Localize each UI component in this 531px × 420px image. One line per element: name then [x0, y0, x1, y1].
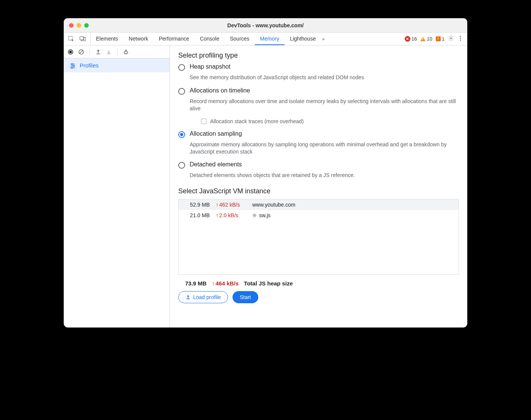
- vm-rate: ↑462 kB/s: [216, 202, 246, 208]
- total-rate: ↑464 kB/s: [212, 280, 239, 287]
- vm-rate: ↑2.0 kB/s: [216, 212, 246, 218]
- tab-network[interactable]: Network: [123, 33, 153, 45]
- inspect-element-icon[interactable]: [68, 36, 74, 42]
- record-icon[interactable]: [68, 49, 74, 55]
- svg-point-4: [450, 38, 452, 39]
- radio-detached-desc: Detached elements shows objects that are…: [190, 172, 459, 179]
- stack-traces-checkbox-row: Allocation stack traces (more overhead): [201, 118, 459, 124]
- up-arrow-icon: ↑: [212, 280, 215, 287]
- load-profile-label: Load profile: [193, 294, 221, 300]
- option-allocation-sampling[interactable]: Allocation sampling: [178, 130, 459, 138]
- separator: [90, 49, 90, 55]
- settings-icon[interactable]: [448, 35, 454, 42]
- start-label: Start: [240, 294, 251, 300]
- sidebar-item-profiles[interactable]: Profiles: [64, 58, 170, 72]
- collect-garbage-icon[interactable]: [123, 49, 129, 55]
- action-buttons: Load profile Start: [178, 291, 459, 303]
- device-toolbar-icon[interactable]: [80, 36, 86, 42]
- tab-memory[interactable]: Memory: [255, 33, 285, 45]
- panel-body: Profiles Select profiling type Heap snap…: [64, 45, 467, 328]
- profiling-type-title: Select profiling type: [178, 52, 459, 60]
- vm-row-main[interactable]: 52.9 MB ↑462 kB/s www.youtube.com: [179, 199, 459, 210]
- svg-line-11: [80, 50, 83, 53]
- stack-traces-label: Allocation stack traces (more overhead): [210, 118, 304, 124]
- total-label: Total JS heap size: [244, 280, 293, 287]
- tab-console[interactable]: Console: [195, 33, 225, 45]
- radio-timeline[interactable]: [178, 88, 185, 95]
- tab-sources[interactable]: Sources: [225, 33, 255, 45]
- start-button[interactable]: Start: [233, 291, 258, 303]
- svg-point-13: [71, 63, 73, 65]
- sliders-icon: [70, 63, 76, 69]
- titlebar: DevTools - www.youtube.com/: [64, 18, 467, 33]
- window-controls: [64, 23, 89, 28]
- tab-elements[interactable]: Elements: [91, 33, 123, 45]
- radio-sampling-label: Allocation sampling: [190, 130, 242, 137]
- warning-count[interactable]: 10: [420, 36, 432, 42]
- tab-performance[interactable]: Performance: [154, 33, 195, 45]
- vm-row-worker[interactable]: 21.0 MB ↑2.0 kB/s sw.js: [179, 210, 459, 221]
- svg-point-17: [71, 67, 72, 69]
- sidebar: Profiles: [64, 45, 170, 328]
- inspect-tools: [64, 33, 91, 45]
- svg-point-6: [460, 38, 461, 39]
- vm-name: sw.js: [252, 212, 270, 218]
- main-tab-bar: Elements Network Performance Console Sou…: [64, 33, 467, 45]
- total-heap-row: 73.9 MB ↑464 kB/s Total JS heap size: [185, 280, 459, 287]
- error-count[interactable]: ✕ 16: [405, 36, 417, 42]
- svg-rect-1: [80, 37, 84, 40]
- radio-timeline-desc: Record memory allocations over time and …: [190, 98, 459, 112]
- devtools-window: DevTools - www.youtube.com/ Elements Net…: [64, 18, 467, 328]
- vm-instance-list: 52.9 MB ↑462 kB/s www.youtube.com 21.0 M…: [178, 199, 459, 275]
- option-heap-snapshot[interactable]: Heap snapshot: [178, 63, 459, 71]
- clear-icon[interactable]: [78, 49, 84, 55]
- download-icon[interactable]: [106, 49, 112, 55]
- option-allocations-timeline[interactable]: Allocations on timeline: [178, 87, 459, 95]
- svg-point-15: [73, 65, 74, 67]
- zoom-window-button[interactable]: [84, 23, 89, 28]
- issues-count-value: 1: [442, 36, 445, 42]
- main-content: Select profiling type Heap snapshot See …: [170, 45, 467, 328]
- close-window-button[interactable]: [69, 23, 74, 28]
- svg-point-18: [254, 215, 255, 216]
- svg-point-7: [460, 40, 461, 41]
- up-arrow-icon: ↑: [216, 202, 218, 208]
- panel-tabs: Elements Network Performance Console Sou…: [91, 33, 325, 45]
- issues-count[interactable]: ! 1: [436, 36, 445, 42]
- vm-name: www.youtube.com: [252, 202, 295, 208]
- total-size: 73.9 MB: [185, 280, 207, 287]
- load-profile-button[interactable]: Load profile: [178, 291, 228, 303]
- radio-heap[interactable]: [178, 64, 185, 71]
- error-icon: ✕: [405, 36, 410, 42]
- warning-count-value: 10: [427, 36, 432, 42]
- more-options-icon[interactable]: [457, 35, 463, 42]
- radio-heap-desc: See the memory distribution of JavaScrip…: [190, 74, 459, 81]
- more-tabs-icon[interactable]: »: [321, 36, 325, 42]
- upload-icon: [185, 295, 191, 300]
- window-title: DevTools - www.youtube.com/: [64, 22, 467, 28]
- radio-heap-label: Heap snapshot: [190, 63, 231, 70]
- issues-icon: !: [436, 36, 441, 41]
- memory-toolbar: [64, 45, 170, 58]
- vm-size: 52.9 MB: [183, 202, 210, 208]
- radio-sampling[interactable]: [178, 131, 185, 138]
- svg-point-5: [460, 36, 461, 37]
- separator: [117, 49, 118, 55]
- svg-point-9: [69, 50, 72, 53]
- option-detached-elements[interactable]: Detached elements: [178, 161, 459, 169]
- radio-detached-label: Detached elements: [190, 161, 242, 168]
- vm-section-title: Select JavaScript VM instance: [178, 187, 459, 195]
- radio-sampling-desc: Approximate memory allocations by sampli…: [190, 141, 459, 155]
- radio-timeline-label: Allocations on timeline: [190, 87, 250, 94]
- warning-icon: [420, 37, 426, 41]
- up-arrow-icon: ↑: [216, 212, 218, 218]
- radio-detached[interactable]: [178, 162, 185, 169]
- stack-traces-checkbox[interactable]: [201, 119, 206, 124]
- gear-icon: [252, 213, 257, 218]
- error-count-value: 16: [412, 36, 417, 42]
- minimize-window-button[interactable]: [77, 23, 81, 28]
- tab-lighthouse[interactable]: Lighthouse: [284, 33, 321, 45]
- upload-icon[interactable]: [95, 49, 101, 55]
- sidebar-item-label: Profiles: [80, 62, 99, 69]
- status-area: ✕ 16 10 ! 1: [401, 33, 467, 45]
